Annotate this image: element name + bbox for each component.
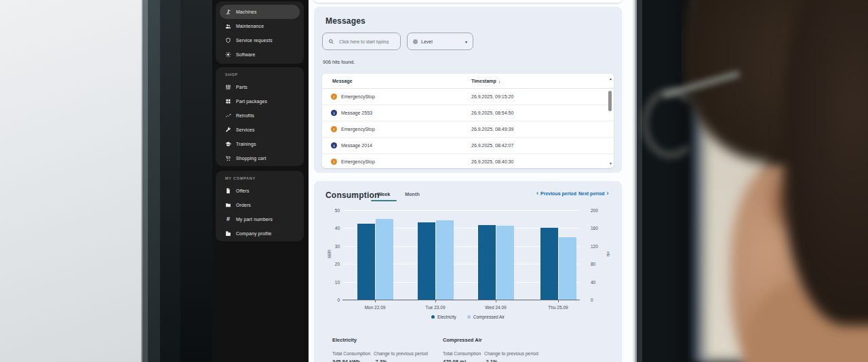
compressed-air-stats: Compressed Air Total Consumption Change … <box>443 337 544 362</box>
warning-icon: ! <box>331 159 337 165</box>
pistons-icon <box>225 84 231 90</box>
sidebar-item-service-requests[interactable]: Service requests <box>220 33 300 47</box>
column-timestamp[interactable]: Timestamp ↓ <box>471 79 500 83</box>
change-value: -2.1% <box>484 359 544 362</box>
message-cell: EmergencyStop <box>341 127 375 132</box>
message-search-box[interactable] <box>322 33 401 50</box>
search-input[interactable] <box>338 39 395 45</box>
bar-electricity <box>357 224 375 300</box>
sidebar-item-shopping-cart[interactable]: Shopping cart <box>220 151 300 165</box>
category-label: Wed 24.09 <box>485 305 506 310</box>
y-tick-left: 50 <box>335 208 340 213</box>
hits-count: 906 hits found. <box>323 59 355 65</box>
scroll-up-icon[interactable]: ▲ <box>609 77 612 81</box>
y-tick-right: 160 <box>591 226 598 230</box>
app-screen: MachinesMaintenanceService requestsSoftw… <box>212 0 634 362</box>
sidebar-item-my-part-numbers[interactable]: #My part numbers <box>220 212 300 226</box>
glasses-rim <box>643 89 698 157</box>
sidebar-item-label: Retrofits <box>236 113 254 118</box>
sidebar-item-parts[interactable]: Parts <box>220 80 300 94</box>
tab-month[interactable]: Month <box>401 191 424 198</box>
column-timestamp-label: Timestamp <box>471 79 496 83</box>
y-axis-left-unit: kWh <box>327 249 332 258</box>
users-icon <box>225 23 231 29</box>
change-label: Change to previous period <box>484 351 544 356</box>
legend-item-compressed-air: Compressed Air <box>467 315 505 319</box>
timestamp-cell: 26.9.2025, 08:49:39 <box>471 127 513 132</box>
y-tick-left: 20 <box>335 262 340 266</box>
folder-icon <box>225 202 231 208</box>
y-axis-right-unit: m³ <box>606 252 610 256</box>
sidebar-item-offers[interactable]: Offers <box>220 184 300 198</box>
grad-cap-icon <box>225 141 231 147</box>
category-label: Mon 22.09 <box>365 305 386 310</box>
info-icon: i <box>331 110 337 116</box>
table-row[interactable]: !EmergencyStop26.9.2025, 08:49:39 <box>322 121 614 138</box>
messages-card: Messages Level ▾ 906 hits found. Message <box>314 7 622 173</box>
timestamp-cell: 26.9.2025, 08:42:07 <box>471 143 513 148</box>
chevron-down-icon: ▾ <box>465 39 467 44</box>
sidebar-item-maintenance[interactable]: Maintenance <box>220 19 300 33</box>
x-tick <box>558 300 559 302</box>
robot-arm-icon <box>225 9 231 15</box>
y-tick-left: 40 <box>335 226 340 230</box>
y-tick-right: 120 <box>591 243 598 248</box>
table-row[interactable]: iMessage 255326.9.2025, 08:54:50 <box>322 105 614 121</box>
sidebar-item-part-packages[interactable]: Part packages <box>220 94 300 108</box>
sidebar-item-software[interactable]: Software <box>220 47 300 62</box>
table-row[interactable]: iMessage 201426.9.2025, 08:42:07 <box>322 138 614 154</box>
sidebar-item-orders[interactable]: Orders <box>220 198 300 212</box>
background-wall-left <box>0 0 151 362</box>
scrollbar-thumb[interactable] <box>608 91 612 111</box>
next-period-button[interactable]: Next period › <box>578 191 609 196</box>
bar-compressed-air <box>496 226 514 300</box>
sidebar-section-label: MY COMPANY <box>216 171 304 184</box>
timestamp-cell: 26.9.2025, 08:54:50 <box>471 110 513 115</box>
grid-icon <box>225 98 231 104</box>
chevron-right-icon: › <box>607 191 609 196</box>
bar-electricity <box>478 225 496 300</box>
total-consumption-label: Total Consumption <box>332 351 374 356</box>
category-label: Thu 25.09 <box>548 305 568 310</box>
person-over-shoulder <box>682 0 868 362</box>
sidebar-item-services[interactable]: Services <box>220 123 300 137</box>
table-header: Message Timestamp ↓ <box>322 74 614 89</box>
total-consumption-value: 470.08 m³ <box>443 359 484 362</box>
sort-desc-icon: ↓ <box>498 79 501 83</box>
sidebar-item-retrofits[interactable]: Retrofits <box>220 108 300 123</box>
stat-title: Compressed Air <box>443 337 544 343</box>
sidebar-item-label: Offers <box>236 188 250 193</box>
x-tick <box>375 300 376 302</box>
level-filter-dropdown[interactable]: Level ▾ <box>407 33 473 50</box>
scene: MachinesMaintenanceService requestsSoftw… <box>0 0 868 362</box>
previous-period-button[interactable]: ‹ Previous period <box>536 191 576 196</box>
sidebar-section-label: SHOP <box>216 67 304 80</box>
timestamp-cell: 26.9.2025, 09:15:20 <box>471 94 513 99</box>
previous-card-edge <box>314 0 622 3</box>
shield-icon <box>225 37 231 43</box>
monitor-bezel-left <box>141 0 213 362</box>
y-tick-right: 80 <box>591 262 595 266</box>
sidebar-item-label: Software <box>236 52 255 57</box>
sidebar-item-trainings[interactable]: Trainings <box>220 137 300 151</box>
level-icon <box>413 39 418 44</box>
column-message: Message <box>332 79 353 83</box>
scroll-down-icon[interactable]: ▼ <box>609 161 612 165</box>
table-row[interactable]: !EmergencyStop26.9.2025, 09:15:20 <box>322 89 614 105</box>
legend-label: Compressed Air <box>473 315 505 319</box>
y-tick-right: 200 <box>591 208 598 213</box>
sidebar-item-machines[interactable]: Machines <box>220 5 300 19</box>
electricity-stats: Electricity Total Consumption Change to … <box>332 337 433 362</box>
sidebar-item-company-profile[interactable]: Company profile <box>220 226 300 241</box>
sidebar-group-my-company: MY COMPANYOffersOrders#My part numbersCo… <box>216 171 304 241</box>
chart-plot: Mon 22.09Tue 23.09Wed 24.09Thu 25.09 <box>342 210 580 300</box>
level-label: Level <box>421 39 462 44</box>
sidebar-item-label: My part numbers <box>236 217 273 222</box>
table-row[interactable]: !EmergencyStop26.9.2025, 08:40:30 <box>322 154 614 168</box>
file-text-icon <box>225 188 231 194</box>
tab-week[interactable]: Week <box>371 191 397 198</box>
total-consumption-label: Total Consumption <box>443 351 484 356</box>
warning-icon: ! <box>331 94 337 100</box>
warning-icon: ! <box>331 126 337 132</box>
message-table-body: !EmergencyStop26.9.2025, 09:15:20iMessag… <box>322 89 614 168</box>
